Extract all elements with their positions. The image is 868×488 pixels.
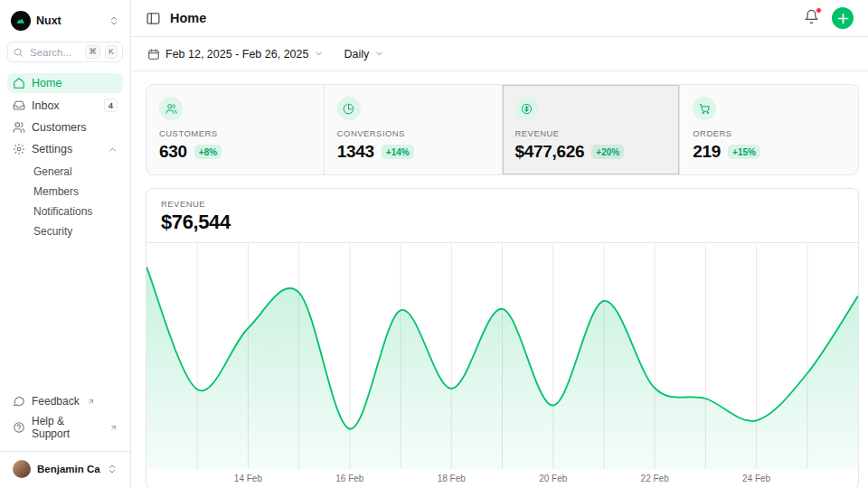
chart-body[interactable]: 14 Feb16 Feb18 Feb20 Feb22 Feb24 Feb	[146, 243, 858, 488]
page-header: Home	[131, 0, 868, 37]
plus-icon	[835, 11, 851, 26]
external-link-icon	[87, 398, 95, 406]
stat-value: $477,626	[515, 142, 585, 162]
sidebar-item-settings[interactable]: Settings	[7, 139, 123, 159]
help-support-link[interactable]: Help & Support	[7, 411, 123, 444]
footer-link-label: Help & Support	[32, 415, 102, 440]
stat-delta-badge: +14%	[382, 145, 414, 159]
stat-delta-badge: +15%	[728, 145, 760, 159]
calendar-icon	[147, 48, 160, 61]
user-menu[interactable]: Benjamin Canac	[7, 457, 123, 481]
chart-header: REVENUE $76,544	[146, 189, 858, 243]
footer-link-label: Feedback	[32, 395, 80, 408]
chevrons-up-down-icon	[107, 464, 118, 474]
notifications-button[interactable]	[804, 9, 819, 27]
external-link-icon	[109, 424, 118, 432]
chevron-up-icon	[108, 145, 118, 155]
revenue-chart-svg[interactable]	[146, 243, 858, 469]
sidebar-item-label: Home	[32, 77, 61, 89]
sidebar-item-label: Settings	[32, 143, 72, 155]
x-axis-label: 14 Feb	[234, 474, 262, 483]
date-range-button[interactable]: Feb 12, 2025 - Feb 26, 2025	[146, 44, 326, 64]
feedback-link[interactable]: Feedback	[7, 391, 123, 411]
main-area: Home Feb 12, 2025 - Feb 26, 2025	[131, 0, 868, 488]
search-input[interactable]	[28, 46, 80, 59]
x-axis-label: 18 Feb	[438, 474, 466, 483]
chart-x-axis: 14 Feb16 Feb18 Feb20 Feb22 Feb24 Feb	[146, 469, 858, 488]
users-icon	[159, 97, 183, 120]
inbox-count-badge: 4	[104, 99, 118, 112]
period-label: Daily	[344, 48, 369, 61]
cart-icon	[693, 97, 716, 120]
page-title: Home	[170, 11, 206, 25]
kbd-cmd: ⌘	[85, 45, 100, 59]
sidebar-item-general[interactable]: General	[28, 163, 123, 181]
notification-dot	[816, 7, 822, 14]
stat-value: 219	[693, 142, 721, 162]
sidebar-item-home[interactable]: Home	[7, 73, 123, 93]
stat-label: REVENUE	[515, 128, 667, 138]
sidebar-item-members[interactable]: Members	[28, 183, 123, 201]
stats-row: CUSTOMERS 630 +8% CONVERSIONS 1343 +14%	[146, 84, 859, 175]
home-icon	[13, 77, 25, 89]
main-content: CUSTOMERS 630 +8% CONVERSIONS 1343 +14%	[131, 71, 868, 488]
team-selector[interactable]: Nuxt	[7, 9, 123, 33]
sidebar-item-label: Customers	[32, 121, 86, 134]
nuxt-logo-icon	[11, 11, 31, 31]
message-bubble-icon	[13, 395, 25, 408]
panel-left-icon[interactable]	[146, 11, 161, 26]
chart-title: REVENUE	[161, 199, 844, 209]
kbd-k: K	[105, 45, 118, 59]
chart-current-value: $76,544	[161, 211, 844, 234]
dollar-circle-icon	[515, 97, 539, 120]
help-circle-icon	[13, 421, 25, 434]
stat-delta-badge: +20%	[591, 145, 624, 159]
user-name: Benjamin Canac	[37, 464, 100, 474]
stat-card-conversions[interactable]: CONVERSIONS 1343 +14%	[325, 85, 503, 174]
search-icon	[13, 47, 24, 58]
chevron-down-icon	[314, 49, 324, 59]
sidebar-item-inbox[interactable]: Inbox 4	[7, 95, 123, 116]
stat-card-orders[interactable]: ORDERS 219 +15%	[680, 85, 858, 174]
x-axis-label: 24 Feb	[742, 474, 770, 483]
search-input-wrap[interactable]: ⌘ K	[7, 42, 123, 62]
stat-label: ORDERS	[693, 128, 845, 138]
x-axis-label: 20 Feb	[539, 474, 567, 483]
stat-label: CONVERSIONS	[337, 128, 489, 138]
sidebar-item-customers[interactable]: Customers	[7, 117, 123, 137]
gear-icon	[13, 143, 25, 155]
users-icon	[13, 121, 25, 134]
sidebar-item-security[interactable]: Security	[28, 222, 123, 240]
header-actions	[804, 7, 854, 29]
add-button[interactable]	[832, 7, 854, 29]
x-axis-label: 22 Feb	[641, 474, 669, 483]
stat-value: 630	[159, 142, 187, 162]
sidebar-divider	[0, 451, 130, 452]
period-select[interactable]: Daily	[342, 44, 386, 64]
sidebar-item-notifications[interactable]: Notifications	[28, 202, 123, 221]
sidebar-spacer	[7, 240, 123, 391]
sidebar-item-label: Inbox	[32, 99, 60, 112]
avatar	[13, 460, 31, 478]
team-name: Nuxt	[36, 14, 103, 27]
stat-value: 1343	[337, 142, 374, 162]
filters-toolbar: Feb 12, 2025 - Feb 26, 2025 Daily	[131, 37, 868, 71]
chart-pie-icon	[337, 97, 361, 120]
x-axis-label: 16 Feb	[335, 474, 363, 483]
stat-card-customers[interactable]: CUSTOMERS 630 +8%	[146, 85, 325, 174]
stat-delta-badge: +8%	[194, 145, 222, 159]
stat-label: CUSTOMERS	[159, 128, 311, 138]
chevron-down-icon	[374, 49, 384, 59]
stat-card-revenue[interactable]: REVENUE $477,626 +20%	[503, 85, 681, 174]
settings-submenu: General Members Notifications Security	[20, 163, 123, 240]
inbox-icon	[13, 99, 25, 112]
date-range-label: Feb 12, 2025 - Feb 26, 2025	[165, 48, 308, 61]
chevrons-up-down-icon	[108, 15, 119, 26]
sidebar-nav: Home Inbox 4 Customers Settings Genera	[7, 73, 123, 240]
sidebar: Nuxt ⌘ K Home Inbox 4	[0, 0, 131, 488]
revenue-chart-card: REVENUE $76,544 14 Feb16 Feb18 Feb20 Feb…	[146, 188, 859, 488]
